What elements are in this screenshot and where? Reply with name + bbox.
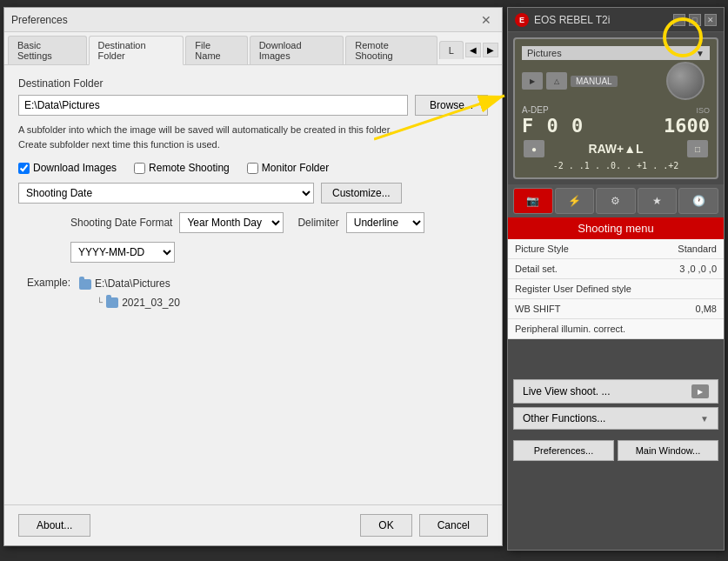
menu-item-wb-shift-label: WB SHIFT <box>515 304 561 314</box>
triangle-icon: △ <box>546 72 567 90</box>
example-label: Example: <box>27 275 70 289</box>
shoot-mode-icon: ● <box>524 140 544 157</box>
eos-icon: E <box>515 13 529 27</box>
menu-item-register[interactable]: Register User Defined style <box>508 279 724 299</box>
cancel-button[interactable]: Cancel <box>419 514 488 537</box>
tab-nav-next[interactable]: ▶ <box>483 43 498 57</box>
format-display: RAW+▲L <box>588 142 643 156</box>
tab-basic-settings[interactable]: Basic Settings <box>8 36 87 64</box>
camera-icons-left: ▶ △ MANUAL <box>522 72 618 90</box>
format-dropdown[interactable]: Year Month Day <box>179 212 284 233</box>
checkbox-monitor-folder-input[interactable] <box>247 163 258 174</box>
menu-item-picture-style[interactable]: Picture Style Standard <box>508 239 724 259</box>
other-functions-button[interactable]: Other Functions... ▼ <box>513 407 718 430</box>
menu-items-list: Picture Style Standard Detail set. 3 ,0 … <box>508 239 724 339</box>
iso-section: ISO 1600 <box>664 106 710 137</box>
menu-item-detail-label: Detail set. <box>515 264 558 274</box>
camera-top-row: ▶ △ MANUAL <box>522 62 710 100</box>
info-text: A subfolder into which the image will be… <box>18 123 488 151</box>
menu-item-peripheral[interactable]: Peripheral illumin. correct. <box>508 319 724 339</box>
folder-path-input[interactable] <box>18 95 408 116</box>
iso-value: 1600 <box>664 115 710 137</box>
tree-line: └ <box>97 295 103 311</box>
manual-badge: MANUAL <box>571 76 618 87</box>
pictures-bar: Pictures ▼ <box>522 46 710 60</box>
subfolder-dropdown[interactable]: Shooting Date <box>18 183 314 204</box>
shooting-menu-header: Shooting menu <box>508 217 724 239</box>
live-view-button[interactable]: Live View shoot. ... ▶ <box>513 379 718 404</box>
func-tab-star[interactable]: ★ <box>638 188 678 214</box>
tab-destination-folder[interactable]: Destination Folder <box>89 36 184 65</box>
func-tab-shoot[interactable]: 📷 <box>513 188 553 214</box>
monitor-icon: □ <box>687 140 708 157</box>
pictures-menu-icon: ▼ <box>696 49 705 58</box>
tab-download-images[interactable]: Download Images <box>250 36 344 64</box>
camera-format-row: ● RAW+▲L □ <box>522 140 710 157</box>
camera-middle: A-DEP F 0 0 ISO 1600 <box>522 105 710 137</box>
menu-item-wb-shift[interactable]: WB SHIFT 0,M8 <box>508 299 724 319</box>
delimiter-dropdown[interactable]: Underline <box>346 212 424 233</box>
other-functions-arrow: ▼ <box>700 414 709 424</box>
eos-title-left: E EOS REBEL T2i <box>515 13 610 27</box>
checkbox-download-images-input[interactable] <box>18 163 30 174</box>
menu-item-register-label: Register User Defined style <box>515 284 631 294</box>
file-tree-root: E:\Data\Pictures <box>79 275 180 294</box>
eos-close-btn[interactable]: ✕ <box>705 14 717 26</box>
preferences-titlebar: Preferences ✕ <box>4 8 502 32</box>
ok-button[interactable]: OK <box>360 514 411 537</box>
close-button[interactable]: ✕ <box>478 13 495 27</box>
preferences-title: Preferences <box>11 14 68 26</box>
customize-button[interactable]: Customize... <box>321 183 402 204</box>
example-subfolder: 2021_03_20 <box>122 294 180 313</box>
aperture-label: A-DEP <box>522 105 584 115</box>
checkbox-remote-shooting[interactable]: Remote Shooting <box>134 162 230 174</box>
file-tree-child: └ 2021_03_20 <box>97 294 180 313</box>
tab-remote-shooting[interactable]: Remote Shooting <box>345 36 437 64</box>
exposure-scale: -2 . .1 . .0. . +1 . .+2 <box>553 161 679 170</box>
empty-space <box>508 339 724 374</box>
footer-right-buttons: OK Cancel <box>360 514 488 537</box>
eos-minimize-btn[interactable]: ─ <box>673 14 685 26</box>
folder-input-row: Browse... <box>18 95 488 116</box>
browse-button[interactable]: Browse... <box>415 95 488 116</box>
tab-l[interactable]: L <box>439 41 464 59</box>
func-tab-clock[interactable]: 🕐 <box>678 188 718 214</box>
checkbox-remote-shooting-input[interactable] <box>134 163 145 174</box>
file-tree: E:\Data\Pictures └ 2021_03_20 <box>79 275 180 312</box>
exposure-row: -2 . .1 . .0. . +1 . .+2 <box>522 161 710 170</box>
func-tab-flash[interactable]: ⚡ <box>555 188 595 214</box>
aperture-value: F 0 0 <box>522 115 584 137</box>
checkbox-download-images[interactable]: Download Images <box>18 162 117 174</box>
second-format-row: YYYY-MM-DD <box>70 242 488 263</box>
menu-item-detail[interactable]: Detail set. 3 ,0 ,0 ,0 <box>508 259 724 279</box>
live-view-label: Live View shoot. ... <box>523 385 611 397</box>
function-tabs: 📷 ⚡ ⚙ ★ 🕐 <box>508 184 724 217</box>
main-window-footer-btn[interactable]: Main Window... <box>618 440 718 461</box>
other-functions-label: Other Functions... <box>523 412 605 424</box>
tab-file-name[interactable]: File Name <box>185 36 247 64</box>
eos-maximize-btn[interactable]: □ <box>689 14 701 26</box>
tabs-bar: Basic Settings Destination Folder File N… <box>4 32 502 65</box>
window-content: Destination Folder Browse... A subfolder… <box>4 65 502 324</box>
menu-item-picture-style-value: Standard <box>678 244 717 254</box>
folder-icon-root <box>79 279 91 290</box>
func-tab-settings[interactable]: ⚙ <box>596 188 636 214</box>
second-format-dropdown[interactable]: YYYY-MM-DD <box>70 242 175 263</box>
checkbox-monitor-folder[interactable]: Monitor Folder <box>247 162 329 174</box>
menu-item-peripheral-label: Peripheral illumin. correct. <box>515 324 625 334</box>
about-button[interactable]: About... <box>18 514 90 537</box>
example-root-folder: E:\Data\Pictures <box>95 275 170 294</box>
eos-footer: Preferences... Main Window... <box>508 435 724 466</box>
shooting-date-format-label: Shooting Date Format <box>70 217 172 229</box>
eos-window: E EOS REBEL T2i ─ □ ✕ Pictures ▼ ▶ △ MAN… <box>507 7 725 551</box>
preferences-footer-btn[interactable]: Preferences... <box>513 440 614 461</box>
aperture-display: A-DEP F 0 0 <box>522 105 584 137</box>
camera-display: Pictures ▼ ▶ △ MANUAL A-DEP F 0 0 ISO 16… <box>513 37 718 179</box>
delimiter-label: Delimiter <box>297 217 338 229</box>
menu-item-detail-value: 3 ,0 ,0 ,0 <box>679 264 717 274</box>
tab-nav-prev[interactable]: ◀ <box>465 43 481 57</box>
preferences-window: Preferences ✕ Basic Settings Destination… <box>3 7 503 546</box>
shooting-date-format-row: Shooting Date Format Year Month Day Deli… <box>70 212 488 233</box>
menu-item-wb-shift-value: 0,M8 <box>696 304 717 314</box>
destination-folder-label: Destination Folder <box>18 77 488 90</box>
